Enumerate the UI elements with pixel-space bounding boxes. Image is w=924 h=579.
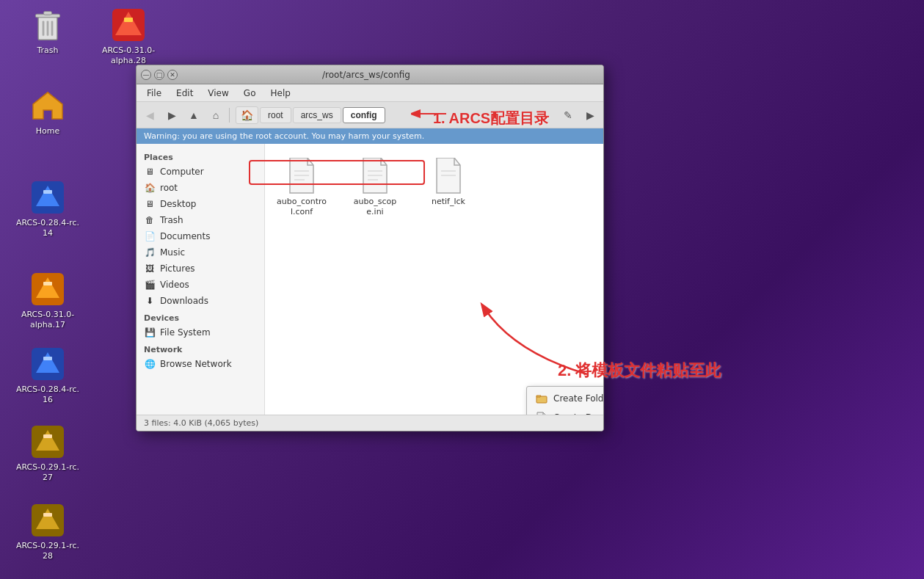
warning-text: Warning: you are using the root account.… bbox=[144, 131, 424, 141]
breadcrumb-bar: 🏠 root arcs_ws config bbox=[236, 106, 556, 124]
sidebar-music-label: Music bbox=[160, 247, 185, 258]
file-item-aubo-control[interactable]: aubo_control.conf bbox=[272, 151, 331, 222]
home-icon-label: Home bbox=[36, 126, 59, 136]
network-icon-sm: 🌐 bbox=[144, 358, 156, 370]
arcs028rc14-label: ARCS-0.28.4-rc.14 bbox=[16, 218, 79, 239]
file-icon-ini bbox=[357, 156, 393, 197]
cm-create-document[interactable]: Create Document ▶ bbox=[527, 408, 603, 415]
arcs029rc28-icon bbox=[30, 503, 65, 538]
trash-icon-sm: 🗑 bbox=[144, 214, 156, 226]
sidebar-item-music[interactable]: 🎵 Music bbox=[137, 244, 264, 261]
sidebar-item-documents[interactable]: 📄 Documents bbox=[137, 228, 264, 244]
file-area: aubo_control.conf aubo_scope.ini bbox=[265, 144, 603, 415]
videos-icon-sm: 🎬 bbox=[144, 279, 156, 291]
toolbar-pencil-button[interactable]: ✎ bbox=[558, 105, 578, 125]
file-item-aubo-scope[interactable]: aubo_scope.ini bbox=[346, 151, 404, 222]
svg-rect-20 bbox=[43, 434, 52, 438]
sidebar-item-videos[interactable]: 🎬 Videos bbox=[137, 277, 264, 293]
sidebar-filesystem-label: File System bbox=[160, 327, 211, 338]
file-manager-window: — □ ✕ /root/arcs_ws/config File Edit Vie… bbox=[136, 65, 604, 431]
menu-edit[interactable]: Edit bbox=[170, 87, 199, 100]
sidebar-item-computer[interactable]: 🖥 Computer bbox=[137, 164, 264, 180]
menubar: File Edit View Go Help bbox=[137, 84, 603, 102]
svg-rect-11 bbox=[43, 190, 52, 194]
desktop-icon-arcs028rc14[interactable]: ARCS-0.28.4-rc.14 bbox=[15, 180, 81, 239]
desktop-icon-arcs031a28[interactable]: ARCS-0.31.0-alpha.28 bbox=[95, 7, 161, 67]
close-button[interactable]: ✕ bbox=[167, 70, 178, 80]
home-nav-button[interactable]: ⌂ bbox=[205, 105, 226, 125]
sidebar-network-label: Browse Network bbox=[160, 359, 232, 369]
svg-rect-8 bbox=[124, 18, 133, 22]
svg-rect-1 bbox=[43, 21, 45, 35]
sidebar-trash-label: Trash bbox=[160, 215, 183, 225]
sidebar-network-header: Network bbox=[137, 341, 264, 356]
menu-view[interactable]: View bbox=[202, 87, 234, 100]
breadcrumb-config-btn[interactable]: config bbox=[343, 107, 385, 123]
file-name-aubo-scope: aubo_scope.ini bbox=[350, 197, 400, 218]
sidebar-item-pictures[interactable]: 🖼 Pictures bbox=[137, 261, 264, 277]
svg-rect-3 bbox=[51, 21, 54, 35]
file-item-netif-lck[interactable]: netif_lck bbox=[419, 151, 478, 222]
trash-icon bbox=[30, 7, 65, 43]
svg-rect-14 bbox=[43, 282, 52, 285]
sidebar-videos-label: Videos bbox=[160, 280, 189, 290]
status-text: 3 files: 4.0 KiB (4,065 bytes) bbox=[144, 418, 258, 428]
sidebar-documents-label: Documents bbox=[160, 231, 210, 241]
maximize-button[interactable]: □ bbox=[154, 70, 164, 80]
desktop-icon-arcs029rc28[interactable]: ARCS-0.29.1-rc.28 bbox=[15, 503, 81, 562]
breadcrumb-root-btn[interactable]: root bbox=[260, 107, 291, 123]
arcs031a17-icon bbox=[30, 272, 65, 307]
computer-icon: 🖥 bbox=[144, 166, 156, 178]
sidebar-item-trash[interactable]: 🗑 Trash bbox=[137, 212, 264, 228]
menu-file[interactable]: File bbox=[141, 87, 167, 100]
sidebar-item-filesystem[interactable]: 💾 File System bbox=[137, 324, 264, 341]
cm-create-folder-label: Create Folder... bbox=[553, 393, 603, 404]
sidebar-item-root[interactable]: 🏠 root bbox=[137, 180, 264, 196]
sidebar-item-desktop[interactable]: 🖥 Desktop bbox=[137, 196, 264, 212]
sidebar-item-downloads[interactable]: ⬇ Downloads bbox=[137, 293, 264, 309]
titlebar: — □ ✕ /root/arcs_ws/config bbox=[137, 65, 603, 84]
sidebar-places-header: Places bbox=[137, 148, 264, 164]
menu-help[interactable]: Help bbox=[264, 87, 296, 100]
back-button[interactable]: ◀ bbox=[139, 105, 160, 125]
up-button[interactable]: ▲ bbox=[183, 105, 204, 125]
titlebar-title: /root/arcs_ws/config bbox=[178, 70, 555, 80]
arcs029rc27-label: ARCS-0.29.1-rc.27 bbox=[16, 462, 79, 484]
create-folder-icon bbox=[536, 393, 548, 404]
desktop-icon-arcs031a17[interactable]: ARCS-0.31.0-alpha.17 bbox=[15, 272, 81, 331]
root-home-icon: 🏠 bbox=[144, 182, 156, 194]
file-icon-lck bbox=[431, 156, 466, 197]
arcs031a17-label: ARCS-0.31.0-alpha.17 bbox=[21, 310, 74, 331]
forward-button[interactable]: ▶ bbox=[161, 105, 182, 125]
main-area: Places 🖥 Computer 🏠 root 🖥 Desktop 🗑 Tra… bbox=[137, 144, 603, 415]
file-icon-conf bbox=[284, 156, 319, 197]
home-folder-icon bbox=[30, 88, 65, 123]
warning-bar: Warning: you are using the root account.… bbox=[137, 128, 603, 144]
breadcrumb-home-btn[interactable]: 🏠 bbox=[236, 106, 258, 124]
arcs028rc16-icon bbox=[30, 346, 65, 382]
desktop-icon-trash[interactable]: Trash bbox=[15, 7, 81, 56]
menu-go[interactable]: Go bbox=[238, 87, 262, 100]
svg-rect-5 bbox=[43, 12, 51, 15]
desktop-icon-home[interactable]: Home bbox=[15, 88, 81, 136]
sidebar: Places 🖥 Computer 🏠 root 🖥 Desktop 🗑 Tra… bbox=[137, 144, 265, 415]
desktop-icon-arcs028rc16[interactable]: ARCS-0.28.4-rc.16 bbox=[15, 346, 81, 406]
cm-create-folder[interactable]: Create Folder... bbox=[527, 389, 603, 408]
context-menu: Create Folder... Create Document ▶ Paste bbox=[526, 386, 603, 415]
minimize-button[interactable]: — bbox=[141, 70, 151, 80]
arcs029rc28-label: ARCS-0.29.1-rc.28 bbox=[16, 541, 79, 562]
sidebar-item-browse-network[interactable]: 🌐 Browse Network bbox=[137, 356, 264, 372]
toolbar-next-button[interactable]: ▶ bbox=[580, 105, 600, 125]
toolbar: ◀ ▶ ▲ ⌂ 🏠 root arcs_ws config ✎ ▶ bbox=[137, 102, 603, 128]
sidebar-root-label: root bbox=[160, 183, 178, 193]
music-icon-sm: 🎵 bbox=[144, 247, 156, 258]
arcs028rc14-icon bbox=[30, 180, 65, 215]
cm-create-document-label: Create Document bbox=[553, 412, 603, 415]
breadcrumb-arcsws-btn[interactable]: arcs_ws bbox=[293, 107, 341, 123]
status-bar: 3 files: 4.0 KiB (4,065 bytes) bbox=[137, 415, 603, 431]
desktop-icon-sm: 🖥 bbox=[144, 198, 156, 210]
sidebar-computer-label: Computer bbox=[160, 167, 204, 177]
trash-icon-label: Trash bbox=[37, 45, 58, 56]
titlebar-buttons: — □ ✕ bbox=[141, 70, 178, 80]
desktop-icon-arcs029rc27[interactable]: ARCS-0.29.1-rc.27 bbox=[15, 424, 81, 484]
